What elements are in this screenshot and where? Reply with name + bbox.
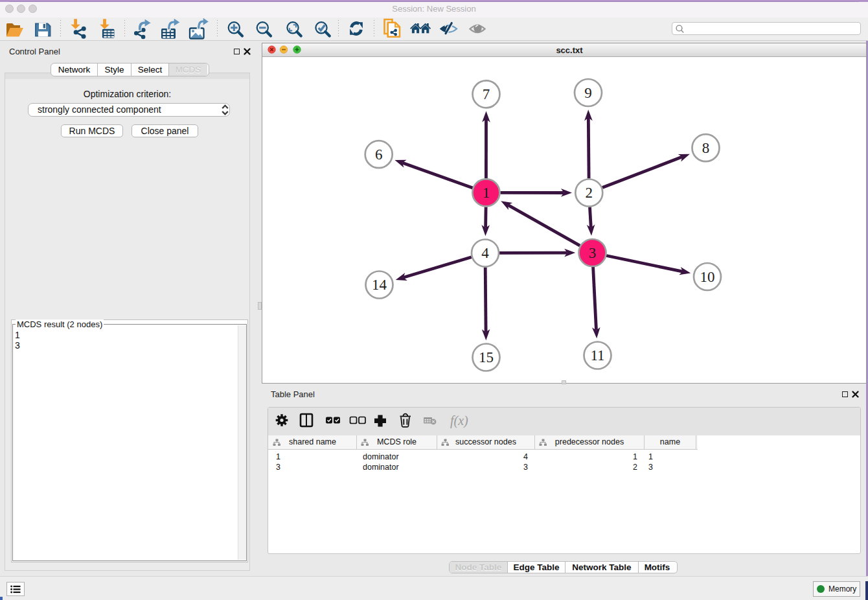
svg-text:6: 6: [375, 146, 383, 163]
svg-text:3: 3: [589, 245, 597, 261]
svg-text:15: 15: [479, 349, 494, 365]
svg-text:4: 4: [481, 245, 489, 261]
svg-text:11: 11: [590, 347, 604, 363]
svg-text:2: 2: [586, 185, 593, 201]
svg-text:8: 8: [702, 140, 710, 156]
svg-text:7: 7: [483, 86, 490, 102]
svg-text:1: 1: [483, 185, 490, 201]
svg-text:14: 14: [372, 277, 387, 293]
svg-text:10: 10: [700, 269, 715, 285]
svg-text:9: 9: [584, 85, 592, 101]
svg-text:f(x): f(x): [450, 413, 468, 428]
